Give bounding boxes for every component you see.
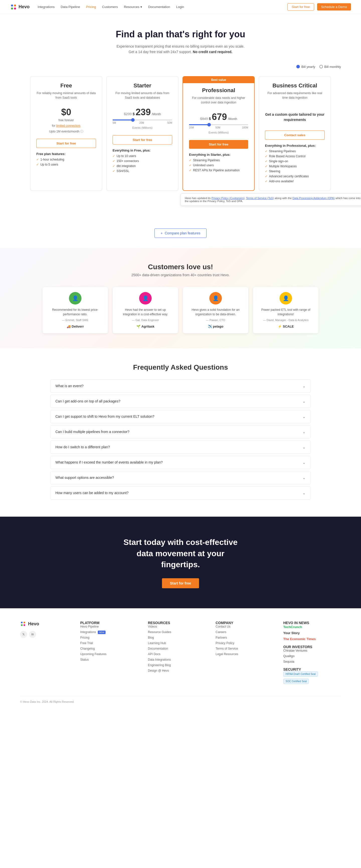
yearly-radio[interactable] bbox=[296, 65, 300, 68]
platform-link-0[interactable]: Hevo Pipeline bbox=[80, 625, 138, 628]
starter-feature-2: ✓dbt integration bbox=[113, 164, 172, 168]
starter-feature-3: ✓SSH/SSL bbox=[113, 169, 172, 173]
resources-link-0[interactable]: Videos bbox=[148, 625, 205, 628]
company-link-2[interactable]: Partners bbox=[216, 636, 273, 639]
testimonial-2-avatar: 👤 bbox=[209, 292, 222, 305]
resources-link-5[interactable]: API Docs bbox=[148, 652, 205, 656]
resources-link-3[interactable]: Learning Hub bbox=[148, 641, 205, 645]
agritask-icon: 🌱 bbox=[136, 324, 140, 328]
pricing-cards-grid: Free For reliably moving minimal amounts… bbox=[30, 76, 331, 191]
testimonial-1-author: — Gal, Data Engineer bbox=[118, 318, 173, 321]
professional-plan-name: Professional bbox=[189, 87, 248, 94]
logo[interactable]: Hevo bbox=[10, 3, 30, 10]
free-feature-0: ✓1-hour scheduling bbox=[36, 158, 96, 161]
faq-item-1[interactable]: Can I get add-ons on top of all packages… bbox=[50, 395, 311, 408]
limited-connectors-link[interactable]: limited connectors bbox=[56, 124, 81, 127]
platform-link-4[interactable]: Changelog bbox=[80, 647, 138, 650]
plus-icon: + bbox=[161, 231, 163, 235]
faq-item-5[interactable]: What happens if I exceed the number of e… bbox=[50, 456, 311, 469]
company-link-4[interactable]: Terms of Service bbox=[216, 647, 273, 650]
cta-start-free-button[interactable]: Start for free bbox=[162, 578, 199, 588]
check-icon: ✓ bbox=[265, 155, 268, 158]
faq-question-2: Can I get support to shift to Hevo from … bbox=[55, 414, 155, 418]
platform-link-1[interactable]: Integrations NEW bbox=[80, 630, 138, 634]
free-price-note: for limited connectors bbox=[36, 124, 96, 127]
nav-data-pipeline[interactable]: Data Pipeline bbox=[61, 5, 80, 9]
customers-subtitle: 2500+ data-driven organizations from 40+… bbox=[10, 273, 351, 277]
soc-badge: SOC Certified Seal bbox=[283, 679, 309, 684]
compare-button[interactable]: + Compare plan features bbox=[155, 228, 207, 238]
professional-slider[interactable]: 20M 50M 100M bbox=[189, 124, 248, 129]
resources-link-8[interactable]: Design @ Hevo bbox=[148, 669, 205, 673]
check-icon: ✓ bbox=[265, 169, 268, 173]
new-badge: NEW bbox=[98, 630, 106, 634]
check-icon: ✓ bbox=[36, 163, 39, 166]
resources-link-2[interactable]: Blog bbox=[148, 636, 205, 639]
faq-item-0[interactable]: What is an event? ⌄ bbox=[50, 379, 311, 393]
tos-link[interactable]: Terms of Service (ToS) bbox=[246, 196, 274, 199]
professional-plan-cta[interactable]: Start for free bbox=[189, 140, 248, 149]
monthly-radio[interactable] bbox=[320, 65, 323, 68]
check-icon: ✓ bbox=[265, 159, 268, 163]
nav-integrations[interactable]: Integrations bbox=[37, 5, 55, 9]
cta-title: Start today with cost-effective data mov… bbox=[118, 537, 243, 570]
footer: Hevo 𝕏 in PLATFORM Hevo Pipeline Integra… bbox=[0, 608, 361, 711]
free-events-note: Upto 1M events/month ⓘ bbox=[36, 129, 96, 134]
testimonial-0: 👤 Recommended for its lowest price-perfo… bbox=[43, 287, 108, 333]
starter-slider-track bbox=[113, 120, 172, 120]
privacy-policy-link[interactable]: Privacy Policy (Customers) bbox=[211, 196, 244, 199]
starter-feature-1: ✓150+ connectors bbox=[113, 159, 172, 163]
chevron-down-icon: ⌄ bbox=[302, 475, 306, 480]
free-features-title: Free plan features: bbox=[36, 152, 96, 156]
faq-question-3: Can I build multiple pipelines from a co… bbox=[55, 430, 129, 434]
investor-1: Qualitgo bbox=[283, 654, 341, 658]
check-icon: ✓ bbox=[113, 159, 115, 163]
nav-customers[interactable]: Customers bbox=[102, 5, 118, 9]
resources-link-6[interactable]: Data Integrations bbox=[148, 658, 205, 661]
company-link-3[interactable]: Privacy Policy bbox=[216, 641, 273, 645]
faq-section: Frequently Asked Questions What is an ev… bbox=[0, 348, 361, 517]
platform-link-5[interactable]: Upcoming Features bbox=[80, 652, 138, 656]
dpa-link[interactable]: Data Processing Addendum (DPA) bbox=[293, 196, 335, 199]
company-link-0[interactable]: Contact Us bbox=[216, 625, 273, 628]
footer-bottom: © Hevo Data Inc. 2024. All Rights Reserv… bbox=[20, 696, 341, 703]
no-card-text: No credit card required. bbox=[193, 50, 232, 54]
techcrunch-logo: TechCrunch bbox=[283, 625, 302, 629]
svg-point-7 bbox=[24, 624, 25, 626]
nav-resources[interactable]: Resources ▾ bbox=[124, 5, 142, 9]
platform-link-2[interactable]: Pricing bbox=[80, 636, 138, 639]
professional-slider-track bbox=[189, 124, 248, 125]
faq-item-2[interactable]: Can I get support to shift to Hevo from … bbox=[50, 410, 311, 423]
business-feature-3: ✓Multiple Workspaces bbox=[265, 164, 325, 168]
bill-yearly-option[interactable]: Bill yearly bbox=[296, 65, 315, 69]
company-link-5[interactable]: Legal Resources bbox=[216, 652, 273, 656]
company-heading: COMPANY bbox=[216, 621, 273, 625]
resources-link-7[interactable]: Engineering Blog bbox=[148, 663, 205, 667]
faq-item-6[interactable]: What support options are accessible? ⌄ bbox=[50, 471, 311, 484]
starter-period: /Month bbox=[152, 113, 161, 116]
nav-documentation[interactable]: Documentation bbox=[148, 5, 170, 9]
nav-schedule-button[interactable]: Schedule a Demo bbox=[317, 3, 351, 10]
faq-item-3[interactable]: Can I build multiple pipelines from a co… bbox=[50, 425, 311, 438]
company-link-1[interactable]: Careers bbox=[216, 630, 273, 634]
resources-link-4[interactable]: Documentation bbox=[148, 647, 205, 650]
bill-monthly-option[interactable]: Bill monthly bbox=[320, 65, 341, 69]
nav-pricing[interactable]: Pricing bbox=[86, 5, 96, 9]
business-plan-cta[interactable]: Contact sales bbox=[265, 130, 325, 140]
platform-link-6[interactable]: Status bbox=[80, 658, 138, 661]
security-1: SOC Certified Seal bbox=[283, 679, 341, 684]
free-plan-cta[interactable]: Start for free bbox=[36, 139, 96, 148]
starter-plan-cta[interactable]: Start for free bbox=[113, 135, 172, 145]
platform-link-3[interactable]: Free Trial bbox=[80, 641, 138, 645]
professional-price-row: $849 $ 679 /Month bbox=[189, 112, 248, 122]
starter-slider[interactable]: 5M 20M 50M bbox=[113, 120, 172, 124]
faq-item-7[interactable]: How many users can be added to my accoun… bbox=[50, 486, 311, 500]
nav-start-free-button[interactable]: Start for free bbox=[287, 3, 314, 10]
security-0: HIPAA Dna® Certified Seal bbox=[283, 672, 341, 677]
linkedin-icon[interactable]: in bbox=[29, 631, 36, 638]
chevron-down-icon: ⌄ bbox=[302, 384, 306, 389]
nav-login[interactable]: Login bbox=[176, 5, 184, 9]
resources-link-1[interactable]: Resource Guides bbox=[148, 630, 205, 634]
faq-item-4[interactable]: How do I switch to a different plan? ⌄ bbox=[50, 440, 311, 454]
twitter-icon[interactable]: 𝕏 bbox=[20, 631, 27, 638]
